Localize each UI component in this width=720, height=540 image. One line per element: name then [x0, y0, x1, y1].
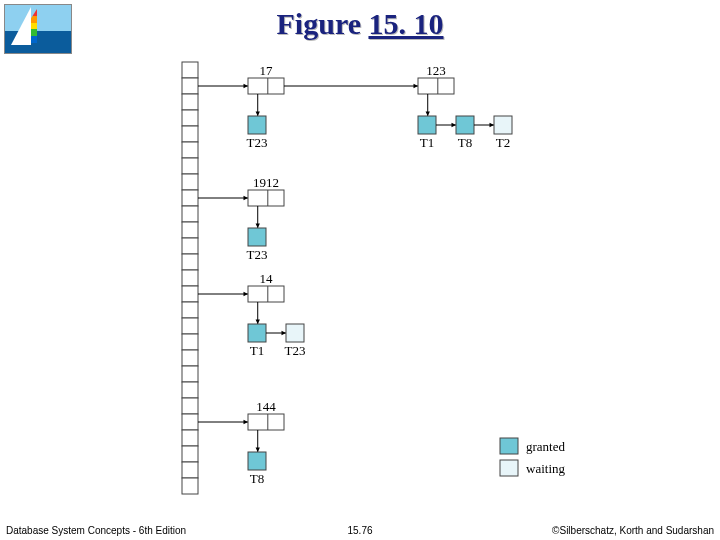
txn-label: T23	[247, 135, 268, 150]
bucket-cell	[182, 478, 198, 494]
lock-node	[248, 116, 266, 134]
bucket-cell	[182, 62, 198, 78]
header-box	[248, 286, 284, 302]
lock-node	[494, 116, 512, 134]
bucket-cell	[182, 78, 198, 94]
txn-label: T1	[250, 343, 264, 358]
bucket-cell	[182, 174, 198, 190]
txn-label: T8	[458, 135, 472, 150]
bucket-cell	[182, 334, 198, 350]
bucket-cell	[182, 318, 198, 334]
svg-marker-20	[243, 292, 248, 296]
data-key: 17	[260, 63, 274, 78]
svg-marker-9	[426, 111, 430, 116]
bucket-cell	[182, 110, 198, 126]
bucket-cell	[182, 286, 198, 302]
legend-label: granted	[526, 439, 565, 454]
lock-node	[248, 452, 266, 470]
bucket-cell	[182, 382, 198, 398]
svg-marker-30	[256, 447, 260, 452]
lock-node	[248, 228, 266, 246]
svg-marker-18	[256, 223, 260, 228]
txn-label: T8	[250, 471, 264, 486]
data-key: 144	[256, 399, 276, 414]
bucket-cell	[182, 190, 198, 206]
bucket-cell	[182, 270, 198, 286]
data-key: 123	[426, 63, 446, 78]
bucket-cell	[182, 254, 198, 270]
bucket-cell	[182, 430, 198, 446]
svg-marker-11	[451, 123, 456, 127]
data-key: 14	[260, 271, 274, 286]
svg-marker-15	[243, 196, 248, 200]
svg-marker-23	[256, 319, 260, 324]
txn-label: T23	[247, 247, 268, 262]
footer-right: ©Silberschatz, Korth and Sudarshan	[552, 525, 714, 536]
legend-swatch	[500, 438, 518, 454]
bucket-cell	[182, 350, 198, 366]
header-box	[418, 78, 454, 94]
bucket-cell	[182, 94, 198, 110]
bucket-cell	[182, 206, 198, 222]
diagram-svg: 17T23123T1T8T21912T2314T1T23144T8 grante…	[0, 0, 720, 540]
header-box	[248, 414, 284, 430]
lock-node	[456, 116, 474, 134]
legend-swatch	[500, 460, 518, 476]
bucket-cell	[182, 158, 198, 174]
bucket-cell	[182, 302, 198, 318]
svg-marker-27	[243, 420, 248, 424]
lock-node	[248, 324, 266, 342]
svg-marker-25	[281, 331, 286, 335]
header-box	[248, 190, 284, 206]
svg-marker-1	[243, 84, 248, 88]
bucket-cell	[182, 398, 198, 414]
bucket-cell	[182, 366, 198, 382]
bucket-cell	[182, 126, 198, 142]
lock-node	[286, 324, 304, 342]
bucket-cell	[182, 462, 198, 478]
svg-marker-6	[413, 84, 418, 88]
bucket-cell	[182, 238, 198, 254]
lock-node	[418, 116, 436, 134]
bucket-cell	[182, 414, 198, 430]
legend-label: waiting	[526, 461, 565, 476]
txn-label: T23	[285, 343, 306, 358]
txn-label: T1	[420, 135, 434, 150]
header-box	[248, 78, 284, 94]
bucket-cell	[182, 446, 198, 462]
bucket-cell	[182, 142, 198, 158]
svg-marker-4	[256, 111, 260, 116]
bucket-cell	[182, 222, 198, 238]
txn-label: T2	[496, 135, 510, 150]
data-key: 1912	[253, 175, 279, 190]
svg-marker-13	[489, 123, 494, 127]
